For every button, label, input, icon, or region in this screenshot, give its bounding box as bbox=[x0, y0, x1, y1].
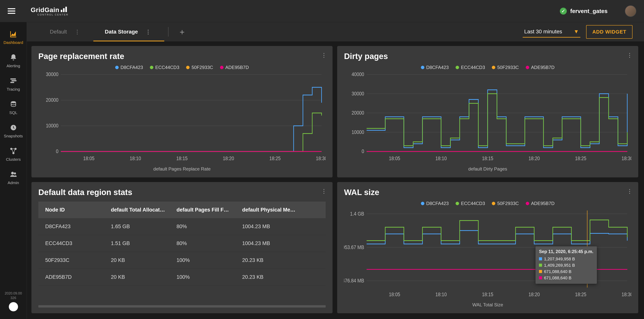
chart-canvas[interactable]: 476.84 MB953.67 MB1.4 GB18:0518:1018:151… bbox=[344, 208, 631, 300]
menu-icon[interactable] bbox=[8, 7, 15, 15]
svg-text:30000: 30000 bbox=[352, 91, 364, 96]
legend-item[interactable]: 50F2933C bbox=[492, 65, 519, 70]
svg-text:476.84 MB: 476.84 MB bbox=[344, 278, 364, 283]
svg-rect-1 bbox=[63, 8, 64, 12]
svg-text:18:20: 18:20 bbox=[223, 155, 234, 161]
nav-clusters[interactable]: Clusters bbox=[0, 145, 27, 164]
svg-text:18:30: 18:30 bbox=[316, 155, 326, 161]
svg-text:20000: 20000 bbox=[46, 97, 58, 103]
kebab-icon[interactable]: ⋮ bbox=[627, 52, 632, 58]
tooltip-row: 1,409,269,951 B bbox=[539, 262, 594, 269]
svg-text:18:25: 18:25 bbox=[269, 155, 280, 161]
tab-menu-icon[interactable]: ⋮ bbox=[73, 29, 82, 35]
legend-dot-icon bbox=[492, 202, 495, 205]
nav-tracing[interactable]: Tracing bbox=[0, 75, 27, 93]
kebab-icon[interactable]: ⋮ bbox=[321, 188, 327, 194]
x-axis-label: WAL Total Size bbox=[344, 302, 631, 308]
svg-text:18:15: 18:15 bbox=[482, 292, 493, 297]
legend-dot-icon bbox=[150, 66, 153, 69]
svg-text:18:15: 18:15 bbox=[176, 155, 188, 161]
users-icon bbox=[9, 170, 18, 179]
check-icon: ✓ bbox=[560, 8, 567, 14]
tooltip-row: 671,088,640 B bbox=[539, 275, 594, 281]
database-icon bbox=[9, 100, 18, 108]
horizontal-scrollbar[interactable] bbox=[38, 305, 326, 308]
cluster-status[interactable]: ✓ fervent_gates bbox=[560, 8, 608, 14]
legend-dot-icon bbox=[456, 66, 459, 69]
svg-point-10 bbox=[12, 152, 14, 154]
svg-text:40000: 40000 bbox=[352, 72, 364, 77]
table-row[interactable]: 50F2933C20 KB100%20.23 KB bbox=[38, 252, 326, 269]
svg-text:18:25: 18:25 bbox=[575, 155, 586, 161]
panel-wal-size: WAL size ⋮ D8CFA423ECC44CD350F2933CADE95… bbox=[337, 182, 638, 314]
legend-item[interactable]: ECC44CD3 bbox=[456, 65, 485, 70]
tabbar: Default ⋮ Data Storage ⋮ ＋ Last 30 minut… bbox=[27, 22, 644, 41]
topbar: GridGain CONTROL CENTER ✓ fervent_gates bbox=[0, 0, 644, 22]
kebab-icon[interactable]: ⋮ bbox=[321, 52, 327, 58]
svg-point-11 bbox=[11, 172, 14, 174]
tab-default[interactable]: Default ⋮ bbox=[38, 22, 93, 41]
legend-item[interactable]: D8CFA423 bbox=[421, 201, 449, 206]
tab-menu-icon[interactable]: ⋮ bbox=[144, 29, 153, 35]
legend-item[interactable]: D8CFA423 bbox=[115, 65, 143, 70]
chart-canvas[interactable]: 010000200003000018:0518:1018:1518:2018:2… bbox=[38, 72, 326, 164]
legend-dot-icon bbox=[492, 66, 495, 69]
svg-text:18:20: 18:20 bbox=[528, 292, 540, 297]
svg-text:18:05: 18:05 bbox=[83, 155, 94, 161]
legend-dot-icon bbox=[115, 66, 119, 69]
nav-alerting[interactable]: Alerting bbox=[0, 51, 27, 70]
x-axis-label: default Pages Replace Rate bbox=[38, 166, 326, 172]
ignite-badge-icon bbox=[9, 302, 18, 311]
legend-dot-icon bbox=[186, 66, 190, 69]
chart-canvas[interactable]: 01000020000300004000018:0518:1018:1518:2… bbox=[344, 72, 631, 164]
legend-item[interactable]: 50F2933C bbox=[492, 201, 519, 206]
legend-item[interactable]: ADE95B7D bbox=[526, 201, 555, 206]
version-info: 2020.09.00 326 bbox=[4, 291, 22, 319]
svg-text:18:05: 18:05 bbox=[389, 292, 400, 297]
nav-dashboard[interactable]: Dashboard bbox=[0, 28, 27, 47]
svg-text:18:10: 18:10 bbox=[436, 292, 447, 297]
legend-item[interactable]: ADE95B7D bbox=[220, 65, 249, 70]
divider bbox=[168, 27, 168, 36]
brand-sub: CONTROL CENTER bbox=[31, 13, 68, 16]
table-row[interactable]: D8CFA4231.65 GB80%1004.23 MB bbox=[38, 218, 326, 235]
panel-dirty-pages: Dirty pages ⋮ D8CFA423ECC44CD350F2933CAD… bbox=[337, 46, 638, 177]
bell-icon bbox=[9, 53, 18, 62]
svg-rect-0 bbox=[61, 10, 62, 12]
legend-item[interactable]: 50F2933C bbox=[186, 65, 213, 70]
add-widget-button[interactable]: ADD WIDGET bbox=[586, 25, 632, 39]
svg-text:10000: 10000 bbox=[46, 123, 58, 129]
nav-admin[interactable]: Admin bbox=[0, 168, 27, 187]
legend-item[interactable]: ECC44CD3 bbox=[456, 201, 485, 206]
svg-text:1.4 GB: 1.4 GB bbox=[350, 211, 364, 217]
legend-item[interactable]: ECC44CD3 bbox=[150, 65, 179, 70]
svg-text:18:30: 18:30 bbox=[622, 155, 631, 161]
legend-item[interactable]: ADE95B7D bbox=[526, 65, 555, 70]
svg-text:18:10: 18:10 bbox=[130, 155, 141, 161]
kebab-icon[interactable]: ⋮ bbox=[627, 188, 632, 194]
nav-sql[interactable]: SQL bbox=[0, 98, 27, 117]
x-axis-label: default Dirty Pages bbox=[344, 166, 631, 172]
legend: D8CFA423ECC44CD350F2933CADE95B7D bbox=[38, 65, 326, 70]
series-color-icon bbox=[539, 276, 542, 279]
chart-tooltip: Sep 11, 2020, 6:25:45 p.m. 1,207,949,958… bbox=[536, 246, 597, 284]
panel-title: Default data region stats bbox=[38, 188, 326, 197]
legend: D8CFA423ECC44CD350F2933CADE95B7D bbox=[344, 201, 631, 206]
legend-dot-icon bbox=[526, 66, 529, 69]
svg-rect-5 bbox=[10, 82, 14, 83]
table-row[interactable]: ADE95B7D20 KB100%20.23 KB bbox=[38, 269, 326, 286]
series-color-icon bbox=[539, 264, 542, 267]
svg-text:953.67 MB: 953.67 MB bbox=[344, 244, 364, 250]
table-row[interactable]: ECC44CD31.51 GB80%1004.23 MB bbox=[38, 235, 326, 252]
svg-text:18:25: 18:25 bbox=[575, 292, 586, 297]
avatar[interactable] bbox=[625, 5, 636, 17]
tab-data-storage[interactable]: Data Storage ⋮ bbox=[93, 22, 164, 41]
time-range-select[interactable]: Last 30 minutes ▼ bbox=[523, 26, 580, 37]
svg-rect-4 bbox=[12, 80, 16, 81]
svg-text:10000: 10000 bbox=[352, 129, 364, 135]
nav-snapshots[interactable]: Snapshots bbox=[0, 121, 27, 140]
add-tab-button[interactable]: ＋ bbox=[172, 26, 192, 37]
legend-item[interactable]: D8CFA423 bbox=[421, 65, 449, 70]
table-header[interactable]: Node ID default Total Allocat… default P… bbox=[38, 202, 326, 218]
legend-dot-icon bbox=[456, 202, 459, 205]
